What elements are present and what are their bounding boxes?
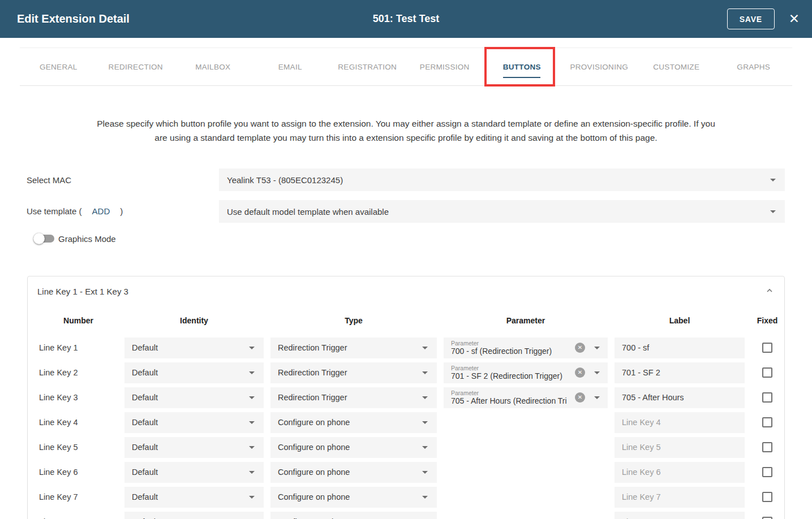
fixed-checkbox[interactable]	[762, 343, 772, 353]
identity-value: Default	[132, 393, 158, 402]
identity-value: Default	[132, 443, 158, 452]
use-template-dropdown[interactable]: Use default model template when availabl…	[219, 200, 785, 223]
identity-select[interactable]: Default	[124, 437, 264, 458]
tab-general[interactable]: GENERAL	[20, 48, 97, 85]
column-header-label: Label	[615, 316, 745, 325]
tab-buttons[interactable]: BUTTONS	[483, 48, 561, 85]
type-select[interactable]: Configure on phone	[270, 462, 437, 483]
tab-permission[interactable]: PERMISSION	[406, 48, 484, 85]
dialog-header: Edit Extension Detail 501: Test Test SAV…	[0, 0, 812, 38]
line-key-number: Line Key 2	[39, 368, 118, 377]
identity-select[interactable]: Default	[124, 412, 264, 433]
fixed-cell	[751, 343, 783, 353]
column-header-type: Type	[270, 316, 437, 325]
fixed-cell	[751, 467, 783, 477]
table-row: Line Key 3DefaultRedirection TriggerPara…	[28, 385, 784, 410]
identity-select[interactable]: Default	[124, 462, 264, 483]
identity-value: Default	[132, 468, 158, 477]
save-button[interactable]: SAVE	[727, 8, 775, 29]
parameter-empty	[444, 462, 608, 483]
chevron-down-icon	[249, 471, 255, 474]
fixed-checkbox[interactable]	[762, 417, 772, 427]
chevron-down-icon	[249, 446, 255, 449]
chevron-up-icon[interactable]	[766, 287, 773, 294]
type-value: Configure on phone	[278, 492, 350, 501]
active-tab-underline	[503, 77, 540, 78]
label-input[interactable]: Line Key 7	[615, 487, 745, 508]
line-key-number: Line Key 5	[39, 443, 118, 452]
tab-email[interactable]: EMAIL	[252, 48, 329, 85]
column-header-identity: Identity	[124, 316, 264, 325]
fixed-checkbox[interactable]	[762, 442, 772, 452]
add-template-link[interactable]: ADD	[92, 206, 110, 216]
description-line-2: are using a standard template you may tu…	[0, 131, 812, 145]
label-input[interactable]: Line Key 4	[615, 412, 745, 433]
table-row: Line Key 5DefaultConfigure on phoneLine …	[28, 435, 784, 460]
type-value: Redirection Trigger	[278, 393, 347, 402]
type-select[interactable]: Redirection Trigger	[270, 338, 437, 358]
line-key-number: Line Key 3	[39, 393, 118, 402]
fixed-cell	[751, 492, 783, 502]
fixed-checkbox[interactable]	[762, 392, 772, 403]
chevron-down-icon	[594, 371, 600, 374]
use-template-value: Use default model template when availabl…	[227, 207, 389, 217]
identity-value: Default	[132, 343, 158, 352]
identity-select[interactable]: Default	[124, 487, 264, 508]
tab-provisioning[interactable]: PROVISIONING	[561, 48, 638, 85]
label-input[interactable]: Line Key 6	[615, 462, 745, 483]
parameter-select[interactable]: Parameter705 - After Hours (Redirection …	[444, 387, 608, 408]
identity-select[interactable]: Default	[124, 387, 264, 408]
chevron-down-icon	[594, 347, 600, 349]
fixed-checkbox[interactable]	[762, 517, 772, 519]
select-mac-dropdown[interactable]: Yealink T53 - (805EC0123245)	[219, 168, 785, 191]
graphics-mode-toggle[interactable]	[33, 233, 54, 244]
type-select[interactable]: Configure on phone	[270, 412, 437, 433]
type-value: Redirection Trigger	[278, 343, 347, 352]
tab-label: MAILBOX	[195, 63, 230, 71]
type-value: Configure on phone	[278, 418, 350, 427]
identity-select[interactable]: Default	[124, 512, 264, 519]
table-row: Line Key 6DefaultConfigure on phoneLine …	[28, 460, 784, 485]
identity-select[interactable]: Default	[124, 362, 264, 383]
label-input[interactable]: Line Key 8	[615, 512, 745, 519]
label-input[interactable]: 705 - After Hours	[615, 387, 745, 408]
fixed-cell	[751, 517, 783, 519]
identity-select[interactable]: Default	[124, 338, 264, 358]
parameter-empty	[444, 437, 608, 458]
type-select[interactable]: Redirection Trigger	[270, 362, 437, 383]
parameter-select[interactable]: Parameter701 - SF 2 (Redirection Trigger…	[444, 362, 608, 383]
chevron-down-icon	[249, 396, 255, 399]
type-select[interactable]: Configure on phone	[270, 437, 437, 458]
label-input[interactable]: 700 - sf	[615, 338, 745, 358]
tab-mailbox[interactable]: MAILBOX	[174, 48, 252, 85]
identity-value: Default	[132, 418, 158, 427]
close-icon[interactable]: ✕	[789, 10, 800, 27]
tab-label: EMAIL	[278, 63, 302, 71]
tab-redirection[interactable]: REDIRECTION	[97, 48, 175, 85]
tab-label: BUTTONS	[503, 63, 541, 71]
type-select[interactable]: Configure on phone	[270, 487, 437, 508]
tab-customize[interactable]: CUSTOMIZE	[638, 48, 715, 85]
table-row: Line Key 7DefaultConfigure on phoneLine …	[28, 485, 784, 509]
type-select[interactable]: Redirection Trigger	[270, 387, 437, 408]
clear-icon[interactable]: ✕	[575, 367, 585, 378]
clear-icon[interactable]: ✕	[575, 343, 585, 353]
column-header-fixed: Fixed	[751, 316, 783, 325]
parameter-empty	[444, 512, 608, 519]
tab-label: CUSTOMIZE	[653, 63, 699, 71]
parameter-value: 701 - SF 2 (Redirection Trigger)	[451, 371, 579, 381]
line-keys-panel: Line Key 1 - Ext 1 Key 3 Number Identity…	[27, 276, 785, 519]
label-input[interactable]: Line Key 5	[615, 437, 745, 458]
clear-icon[interactable]: ✕	[575, 392, 585, 403]
type-select[interactable]: Configure on phone	[270, 512, 437, 519]
fixed-checkbox[interactable]	[762, 367, 772, 378]
fixed-checkbox[interactable]	[762, 467, 772, 477]
chevron-down-icon	[249, 421, 255, 424]
chevron-down-icon	[422, 471, 428, 474]
fixed-checkbox[interactable]	[762, 492, 772, 502]
parameter-value: 700 - sf (Redirection Trigger)	[451, 347, 579, 356]
parameter-select[interactable]: Parameter700 - sf (Redirection Trigger)✕	[444, 338, 608, 358]
label-input[interactable]: 701 - SF 2	[615, 362, 745, 383]
tab-graphs[interactable]: GRAPHS	[715, 48, 793, 85]
tab-registration[interactable]: REGISTRATION	[329, 48, 406, 85]
